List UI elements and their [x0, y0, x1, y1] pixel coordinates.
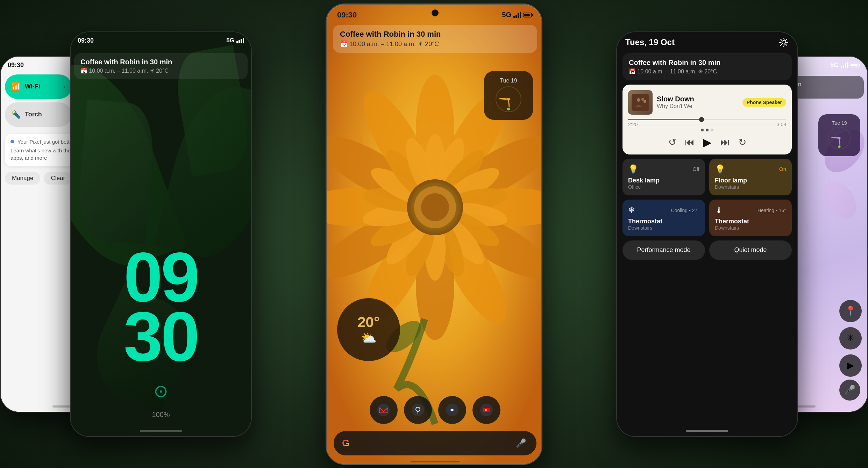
center-signal-icon [513, 12, 521, 18]
smart-tile-heat-header: 🌡 Heating • 16° [715, 205, 786, 215]
lock-signal: 5G [226, 37, 234, 44]
music-artist: Why Don't We [657, 103, 738, 109]
progress-dot [699, 117, 704, 122]
home-notification: Coffee with Robin in 30 min 📅 10.00 a.m.… [622, 53, 792, 80]
petal-6 [816, 174, 863, 225]
center-notification: Coffee with Robin in 30 min 📅 10.00 a.m.… [333, 25, 537, 53]
center-weather-icon: ⛅ [361, 331, 377, 345]
svg-rect-45 [518, 13, 519, 18]
home-status-bar: Tues, 19 Oct [617, 32, 797, 50]
manage-button[interactable]: Manage [5, 172, 40, 185]
svg-rect-44 [515, 15, 517, 18]
lock-time: 09:30 [78, 37, 94, 44]
center-notif-sub-text: 📅 10.00 a.m. – 11.00 a.m. ☀ 20°C [340, 40, 439, 48]
svg-point-65 [637, 98, 640, 102]
desk-lamp-icon: 💡 [628, 164, 639, 174]
lock-status-bar: 09:30 5G [71, 32, 251, 44]
home-bar-lock [140, 430, 182, 432]
center-clock-widget: Tue 19 [484, 71, 533, 120]
music-title: Slow Down [657, 95, 738, 103]
svg-rect-43 [513, 16, 515, 18]
album-art-svg [632, 94, 649, 111]
svg-rect-70 [845, 63, 846, 68]
torch-icon: 🔦 [11, 110, 21, 119]
smart-tile-desk-lamp[interactable]: 💡 Off Desk lamp Office [622, 159, 705, 195]
phone-center: 09:30 5G Coffee with Robin in 30 min 📅 1… [326, 3, 542, 465]
center-search-bar[interactable]: G 🎤 [334, 431, 536, 455]
performance-mode-button[interactable]: Performance mode [622, 240, 705, 260]
svg-rect-56 [412, 404, 424, 416]
center-notif-title: Coffee with Robin in 30 min [340, 30, 530, 39]
floral-clock-day: Tue 19 [832, 120, 847, 126]
svg-point-53 [507, 98, 510, 101]
desk-lamp-location: Office [628, 184, 699, 190]
wifi-icon: 📶 [11, 82, 21, 91]
clear-button[interactable]: Clear [44, 172, 72, 185]
quiet-mode-button[interactable]: Quiet mode [709, 240, 792, 260]
maps-icon [412, 404, 424, 416]
settings-gear-icon[interactable] [778, 37, 789, 48]
center-status-icons: 5G [502, 11, 533, 19]
search-mic-icon[interactable]: 🎤 [514, 436, 528, 450]
tile-torch[interactable]: 🔦 Torch [5, 102, 72, 127]
camera-notch [432, 9, 439, 16]
clock-min: 30 [71, 307, 251, 366]
phone-speaker-badge: Phone Speaker [742, 98, 786, 107]
heating-status: Heating • 16° [757, 208, 786, 213]
next-icon[interactable]: ⏭ [720, 136, 730, 148]
music-dot-2 [706, 129, 709, 131]
phones-container: 09:30 5G 📶 Wi-Fi › 🔷 Bluetooth [0, 0, 868, 468]
music-progress: 2:20 3:08 [628, 119, 786, 127]
floral-mic-button[interactable]: 🎤 [839, 380, 860, 401]
dock-youtube[interactable] [472, 396, 500, 424]
progress-bar-fill [628, 119, 699, 120]
home-date: Tues, 19 Oct [625, 37, 675, 47]
svg-rect-68 [841, 66, 842, 68]
heating-thermostat-name: Thermostat [715, 218, 786, 225]
desk-lamp-status: Off [692, 166, 699, 172]
rewind-icon[interactable]: ↺ [668, 136, 676, 148]
prev-icon[interactable]: ⏮ [685, 136, 695, 148]
svg-rect-48 [532, 14, 533, 16]
floral-dock-assistant[interactable]: ✳ [839, 327, 862, 350]
phone-frame-center: 09:30 5G Coffee with Robin in 30 min 📅 1… [326, 3, 542, 465]
svg-point-67 [643, 100, 646, 103]
center-status-bar: 09:30 5G [327, 5, 542, 22]
dock-maps[interactable] [404, 396, 432, 424]
fingerprint-icon: ⊙ [154, 381, 168, 401]
center-app-dock [370, 396, 500, 424]
home-bottom-buttons: Performance mode Quiet mode [622, 240, 792, 260]
forward-icon[interactable]: ↻ [738, 136, 746, 148]
lock-notif-sub: 📅 10.00 a.m. – 11.00 a.m. ☀ 20°C [80, 67, 241, 74]
cooling-thermostat-name: Thermostat [628, 218, 699, 225]
floral-dock-youtube[interactable]: ▶ [839, 354, 862, 377]
home-notif-sub: 📅 10.00 a.m. – 11.00 a.m. ☀ 20°C [629, 68, 785, 75]
wifi-chevron: › [63, 83, 65, 90]
dock-assistant[interactable] [438, 396, 466, 424]
smart-home-grid: 💡 Off Desk lamp Office 💡 On Floor lamp [622, 159, 792, 236]
assistant-icon [446, 404, 458, 416]
svg-rect-73 [859, 64, 860, 66]
floral-clock-widget: Tue 19 [818, 114, 860, 156]
svg-point-79 [838, 145, 841, 148]
smart-tile-floor-lamp[interactable]: 💡 On Floor lamp Downstairs [709, 159, 792, 195]
lock-notif-sub-text: 📅 10.00 a.m. – 11.00 a.m. ☀ 20°C [80, 68, 169, 74]
tile-wifi-label: Wi-Fi [25, 83, 40, 90]
home-status-icons [778, 37, 789, 48]
desk-lamp-name: Desk lamp [628, 177, 699, 184]
music-player: Slow Down Why Don't We Phone Speaker 2:2… [622, 85, 792, 154]
qs-notif-app: Your Pixel just got better [17, 139, 74, 145]
tile-wifi[interactable]: 📶 Wi-Fi › [5, 74, 72, 99]
floral-dock-maps[interactable]: 📍 [839, 300, 862, 322]
svg-rect-64 [632, 94, 649, 111]
smart-tile-thermostat-heat[interactable]: 🌡 Heating • 16° Thermostat Downstairs [709, 200, 792, 236]
floral-analog-clock [827, 126, 852, 150]
cooling-icon: ❄ [628, 205, 635, 215]
smart-tile-thermostat-cool[interactable]: ❄ Cooling • 27° Thermostat Downstairs [622, 200, 705, 236]
home-notif-title: Coffee with Robin in 30 min [629, 59, 785, 67]
play-pause-button[interactable]: ▶ [703, 136, 712, 149]
music-header: Slow Down Why Don't We Phone Speaker [628, 90, 786, 115]
smart-tile-floor-header: 💡 On [715, 164, 786, 174]
dock-gmail[interactable] [370, 396, 398, 424]
svg-point-63 [782, 41, 785, 44]
